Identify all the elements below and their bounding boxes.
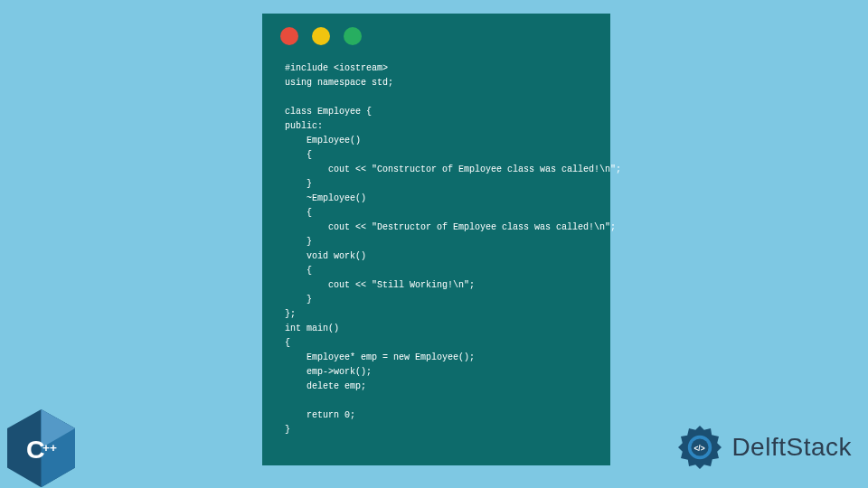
code-line: { xyxy=(285,208,312,218)
close-icon xyxy=(280,27,298,45)
code-line: class Employee { xyxy=(285,107,372,117)
code-line: cout << "Constructor of Employee class w… xyxy=(285,164,621,174)
code-line: using namespace std; xyxy=(285,78,393,88)
code-line: ~Employee() xyxy=(285,193,366,203)
code-line: int main() xyxy=(285,324,339,333)
cpp-logo-icon: C ++ xyxy=(7,409,75,486)
code-line: cout << "Still Working!\n"; xyxy=(285,280,475,290)
code-line: void work() xyxy=(285,251,366,261)
svg-text:</>: </> xyxy=(694,444,705,453)
code-line: Employee* emp = new Employee(); xyxy=(285,352,475,362)
code-line: public: xyxy=(285,121,323,131)
code-line: { xyxy=(285,150,312,160)
code-line: cout << "Destructor of Employee class wa… xyxy=(285,222,616,232)
code-content: #include <iostream> using namespace std;… xyxy=(276,61,597,437)
code-line: return 0; xyxy=(285,410,355,420)
minimize-icon xyxy=(312,27,330,45)
code-line: { xyxy=(285,338,290,348)
code-window: #include <iostream> using namespace std;… xyxy=(262,14,610,465)
code-line: Employee() xyxy=(285,136,361,145)
delftstack-logo: </> DelftStack xyxy=(673,420,852,474)
code-line: } xyxy=(285,179,312,189)
code-line: } xyxy=(285,425,290,435)
window-controls xyxy=(280,27,597,45)
code-line: }; xyxy=(285,309,296,319)
delftstack-label: DelftStack xyxy=(731,433,852,462)
delftstack-gear-icon: </> xyxy=(673,420,727,474)
code-line: emp->work(); xyxy=(285,367,372,377)
code-line: delete emp; xyxy=(285,381,366,391)
code-line: } xyxy=(285,295,312,305)
code-line: { xyxy=(285,266,312,276)
code-line: } xyxy=(285,237,312,247)
maximize-icon xyxy=(344,27,362,45)
code-line: #include <iostream> xyxy=(285,63,388,73)
svg-text:++: ++ xyxy=(42,441,57,455)
